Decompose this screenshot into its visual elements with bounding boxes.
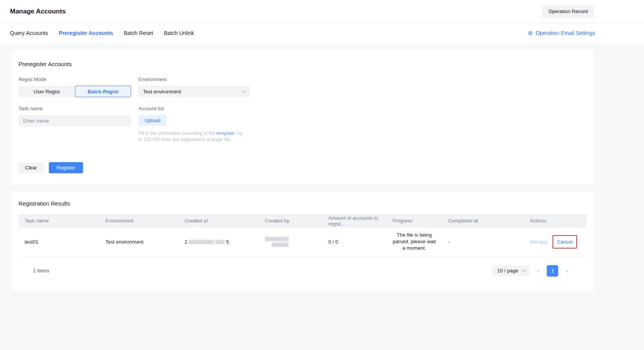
account-list-label: Account list bbox=[138, 106, 265, 111]
form-right-column: Environment Test environment Account lis… bbox=[138, 76, 265, 151]
annotation-highlight-box: Cancel bbox=[552, 235, 577, 249]
pagination-bar: 1 items 10 / page ‹ 1 › bbox=[18, 257, 587, 285]
col-completed-at: Completed at bbox=[442, 218, 524, 224]
pagination-controls: 10 / page ‹ 1 › bbox=[493, 265, 570, 277]
tab-query-accounts[interactable]: Query Accounts bbox=[10, 28, 48, 38]
regist-mode-segmented-control: User Regist Batch Regist bbox=[18, 86, 131, 97]
clear-button[interactable]: Clear bbox=[18, 162, 43, 173]
task-name-input[interactable] bbox=[18, 115, 131, 126]
form-actions: Clear Register bbox=[18, 162, 587, 173]
cell-completed-at: - bbox=[442, 239, 524, 245]
manage-accounts-page: Manage Accounts Operation Record Query A… bbox=[0, 0, 644, 350]
template-link[interactable]: template bbox=[216, 131, 234, 136]
cell-task-name: test01 bbox=[18, 239, 99, 245]
account-list-field: Account list Upload Fill in the informat… bbox=[138, 106, 265, 143]
preregister-section-title: Preregister Accounts bbox=[18, 61, 587, 67]
table-header-row: Task name Environment Created at Created… bbox=[18, 214, 587, 227]
environment-label: Environment bbox=[138, 76, 265, 82]
col-actions: Actions bbox=[524, 218, 587, 224]
col-created-at: Created at bbox=[178, 218, 259, 224]
cell-created-at: 2 5 bbox=[178, 239, 259, 245]
redacted-created-by-block bbox=[265, 237, 289, 241]
cell-actions: Manage Cancel bbox=[524, 235, 587, 249]
environment-selected-value: Test environment bbox=[143, 89, 181, 95]
registration-results-card: Registration Results Task name Environme… bbox=[12, 192, 594, 291]
cell-progress: The file is being parsed, please wait a … bbox=[386, 232, 442, 252]
batch-regist-option[interactable]: Batch Regist bbox=[75, 86, 131, 97]
upload-hint-prefix: Fill in the information according to the bbox=[138, 131, 216, 136]
preregister-accounts-card: Preregister Accounts Regist Mode User Re… bbox=[12, 50, 594, 185]
user-regist-option[interactable]: User Regist bbox=[18, 86, 75, 97]
col-task-name: Task name bbox=[18, 218, 99, 224]
task-name-field: Task name bbox=[18, 106, 131, 126]
tab-batch-unlink[interactable]: Batch Unlink bbox=[164, 28, 194, 38]
cell-amount: 0 / 0 bbox=[322, 239, 386, 245]
col-created-by: Created by bbox=[259, 218, 322, 224]
page-number-button[interactable]: 1 bbox=[547, 265, 558, 277]
environment-select[interactable]: Test environment bbox=[138, 86, 250, 97]
operation-record-button[interactable]: Operation Record bbox=[542, 5, 594, 18]
task-name-label: Task name bbox=[18, 106, 131, 111]
upload-button[interactable]: Upload bbox=[138, 115, 166, 126]
register-button[interactable]: Register bbox=[49, 162, 83, 173]
col-environment: Environment bbox=[99, 218, 178, 224]
page-size-select[interactable]: 10 / page bbox=[493, 265, 529, 276]
table-row: test01 Test environment 2 5 bbox=[18, 227, 587, 257]
next-page-button[interactable]: › bbox=[564, 267, 570, 275]
tab-preregister-accounts[interactable]: Preregister Accounts bbox=[59, 28, 113, 38]
chevron-down-icon bbox=[521, 268, 525, 272]
form-grid: Regist Mode User Regist Batch Regist Tas… bbox=[18, 76, 587, 151]
created-at-prefix: 2 bbox=[185, 239, 187, 245]
redacted-created-at-block bbox=[215, 240, 225, 244]
form-left-column: Regist Mode User Regist Batch Regist Tas… bbox=[18, 76, 131, 151]
created-at-suffix: 5 bbox=[226, 239, 229, 245]
upload-hint: Fill in the information according to the… bbox=[138, 131, 243, 143]
cell-environment: Test environment bbox=[99, 239, 178, 245]
content-area: Preregister Accounts Regist Mode User Re… bbox=[0, 43, 644, 350]
tab-batch-reset[interactable]: Batch Reset bbox=[124, 28, 153, 38]
gear-icon: ⚙ bbox=[528, 30, 533, 36]
tabs: Query Accounts Preregister Accounts Batc… bbox=[10, 28, 194, 38]
col-amount: Amount of accounts to regist... bbox=[322, 215, 386, 227]
redacted-created-at-block bbox=[188, 240, 214, 244]
col-progress: Progress bbox=[386, 218, 442, 224]
cancel-link[interactable]: Cancel bbox=[557, 239, 572, 245]
manage-link: Manage bbox=[530, 239, 548, 245]
results-section-title: Registration Results bbox=[18, 200, 587, 207]
operation-email-settings-label: Operation Email Settings bbox=[536, 30, 595, 36]
regist-mode-field: Regist Mode User Regist Batch Regist bbox=[18, 76, 131, 97]
page-size-value: 10 / page bbox=[497, 268, 518, 274]
redacted-created-by-block bbox=[272, 242, 289, 247]
operation-email-settings-link[interactable]: ⚙ Operation Email Settings bbox=[528, 30, 595, 36]
page-title: Manage Accounts bbox=[10, 8, 66, 15]
page-header: Manage Accounts Operation Record bbox=[0, 0, 644, 23]
cell-created-by bbox=[259, 237, 322, 247]
items-total: 1 items bbox=[33, 268, 49, 274]
results-table: Task name Environment Created at Created… bbox=[18, 214, 587, 257]
tab-bar: Query Accounts Preregister Accounts Batc… bbox=[0, 23, 644, 43]
environment-field: Environment Test environment bbox=[138, 76, 265, 97]
regist-mode-label: Regist Mode bbox=[18, 76, 131, 82]
prev-page-button[interactable]: ‹ bbox=[536, 267, 541, 275]
chevron-down-icon bbox=[242, 89, 246, 93]
